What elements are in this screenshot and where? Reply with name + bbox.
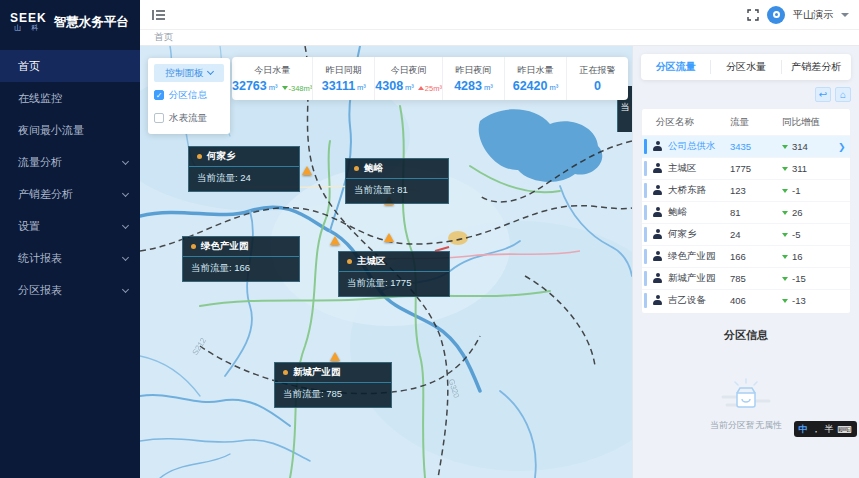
map-popup-新城产业园[interactable]: 新城产业园当前流量: 785 [274, 362, 392, 408]
zone-delta-cell: -5 [782, 229, 838, 240]
zone-delta-cell: 26 [782, 207, 838, 218]
person-icon [652, 163, 663, 174]
layer-toggle-分区信息[interactable]: ✓分区信息 [154, 85, 224, 105]
map-marker-icon[interactable] [384, 233, 394, 242]
chevron-down-icon [122, 221, 129, 228]
stat-label: 昨日水量 [517, 64, 553, 77]
sidebar-item-夜间最小流量[interactable]: 夜间最小流量 [0, 114, 140, 146]
stat-value: 33111 [322, 79, 355, 93]
triangle-down-icon [782, 211, 788, 215]
sidebar-item-在线监控[interactable]: 在线监控 [0, 82, 140, 114]
table-row-新城产业园[interactable]: 新城产业园785-15 [642, 267, 850, 289]
sidebar-item-label: 分区报表 [18, 283, 62, 298]
stat-unit: m³ [269, 83, 278, 92]
stat-unit: m³ [549, 83, 558, 92]
triangle-up-icon [418, 86, 424, 90]
map-popup-鲍峪[interactable]: 鲍峪当前流量: 81 [345, 158, 449, 204]
sidebar-item-首页[interactable]: 首页 [0, 50, 140, 82]
zone-delta-cell: 311 [782, 163, 838, 174]
control-panel-button[interactable]: 控制面板 [154, 64, 224, 82]
popup-zone-name: 新城产业园 [293, 366, 341, 379]
layer-toggle-label: 分区信息 [169, 89, 207, 102]
chevron-down-icon [122, 253, 129, 260]
zone-name: 绿色产业园 [668, 250, 716, 263]
stat-value: 4283 [454, 79, 482, 93]
home-button[interactable]: ⌂ [835, 87, 851, 102]
table-row-主城区[interactable]: 主城区1775311 [642, 157, 850, 179]
popup-zone-name: 主城区 [357, 255, 386, 268]
zone-flow-cell: 123 [730, 185, 782, 196]
empty-state-caption: 当前分区暂无属性 [710, 419, 782, 432]
zone-flow-cell: 81 [730, 207, 782, 218]
popup-flow-value: 当前流量: 785 [275, 383, 391, 407]
tab-分区水量[interactable]: 分区水量 [710, 60, 780, 74]
map-tools: ↩ ⌂ [641, 87, 851, 102]
sidebar-item-设置[interactable]: 设置 [0, 210, 140, 242]
ime-mode-2[interactable]: 半 [825, 423, 834, 436]
stat-value-row: 62420m³ [513, 79, 559, 93]
stat-value: 4308 [375, 79, 403, 93]
ime-mode-1[interactable]: ， [812, 423, 821, 436]
zone-delta-value: 16 [792, 251, 803, 262]
zone-name-cell: 主城区 [642, 162, 730, 175]
stat-value-row: 0 [594, 79, 601, 93]
brand-name: SEEK [10, 12, 47, 24]
sidebar-collapse-icon[interactable] [152, 9, 166, 21]
table-row-绿色产业园[interactable]: 绿色产业园16616 [642, 245, 850, 267]
layer-toggle-水表流量[interactable]: 水表流量 [154, 108, 224, 128]
sidebar-item-label: 统计报表 [18, 251, 62, 266]
user-menu-caret-icon[interactable] [841, 13, 849, 17]
keyboard-icon[interactable]: ⌨ [838, 424, 852, 435]
table-row-大桥东路[interactable]: 大桥东路123-1 [642, 179, 850, 201]
popup-title: 绿色产业园 [183, 237, 299, 257]
popup-title: 鲍峪 [346, 159, 448, 179]
user-avatar[interactable] [767, 6, 785, 24]
map-marker-icon[interactable] [302, 166, 312, 175]
table-row-公司总供水[interactable]: 公司总供水3435314❯ [642, 135, 850, 157]
tab-分区流量[interactable]: 分区流量 [641, 60, 710, 74]
table-row-鲍峪[interactable]: 鲍峪8126 [642, 201, 850, 223]
stat-value: 62420 [513, 79, 548, 93]
map-popup-绿色产业园[interactable]: 绿色产业园当前流量: 166 [182, 236, 300, 282]
stat-value-row: 4283m³ [454, 79, 493, 93]
zone-delta-value: -1 [792, 185, 800, 196]
user-name[interactable]: 平山演示 [793, 8, 833, 22]
ime-toolbar[interactable]: 中，半⌨ [794, 421, 857, 437]
table-row-何家乡[interactable]: 何家乡24-5 [642, 223, 850, 245]
sidebar-item-产销差分析[interactable]: 产销差分析 [0, 178, 140, 210]
back-button[interactable]: ↩ [815, 87, 831, 102]
map-popup-主城区[interactable]: 主城区当前流量: 1775 [338, 251, 450, 297]
ime-mode-0[interactable]: 中 [799, 423, 808, 436]
zone-name-cell: 大桥东路 [642, 184, 730, 197]
map-popup-何家乡[interactable]: 何家乡当前流量: 24 [188, 146, 300, 192]
map-marker-icon[interactable] [330, 236, 340, 245]
zone-name: 公司总供水 [668, 140, 716, 153]
zone-name-cell: 吉乙设备 [642, 294, 730, 307]
fullscreen-icon[interactable] [747, 9, 759, 21]
stat-value: 0 [594, 79, 601, 93]
zone-info-title: 分区信息 [641, 328, 851, 343]
sidebar-item-label: 设置 [18, 219, 40, 234]
map-canvas[interactable]: G320 S212 今日水量32763m³-348m³昨日同期33111m³今日… [140, 46, 632, 478]
sidebar-item-流量分析[interactable]: 流量分析 [0, 146, 140, 178]
sidebar-item-统计报表[interactable]: 统计报表 [0, 242, 140, 274]
stat-delta: 25m³ [418, 84, 442, 93]
stat-label: 今日水量 [254, 64, 290, 77]
chevron-down-icon [122, 189, 129, 196]
table-row-吉乙设备[interactable]: 吉乙设备406-13 [642, 289, 850, 311]
sidebar-item-分区报表[interactable]: 分区报表 [0, 274, 140, 306]
breadcrumb[interactable]: 首页 [154, 31, 173, 44]
triangle-down-icon [782, 299, 788, 303]
sidebar: SEEK 山 科 智慧水务平台 首页在线监控夜间最小流量流量分析产销差分析设置统… [0, 0, 140, 478]
chevron-down-icon [122, 157, 129, 164]
zone-name: 鲍峪 [668, 206, 687, 219]
stat-card-今日夜间: 今日夜间4308m³25m³ [374, 57, 442, 100]
zone-delta-value: -5 [792, 229, 800, 240]
zone-flow-cell: 785 [730, 273, 782, 284]
tab-产销差分析[interactable]: 产销差分析 [781, 60, 851, 74]
panel-tabs: 分区流量分区水量产销差分析 [641, 54, 851, 80]
checkbox-icon[interactable] [154, 113, 164, 123]
map-marker-icon[interactable] [330, 352, 340, 361]
checkbox-checked-icon[interactable]: ✓ [154, 90, 164, 100]
chevron-right-icon: ❯ [838, 142, 850, 152]
